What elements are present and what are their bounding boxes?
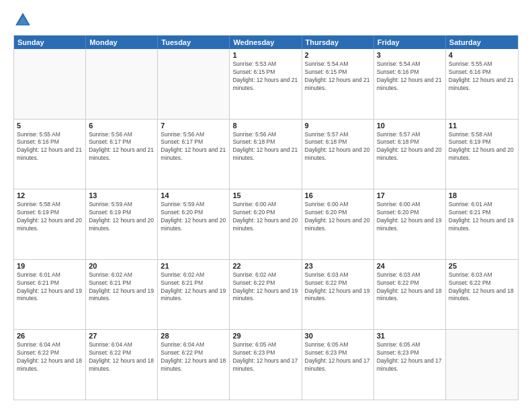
- day-number: 10: [377, 122, 443, 130]
- weekday-header: Friday: [374, 36, 446, 49]
- day-number: 27: [89, 332, 154, 340]
- calendar-cell: 7Sunrise: 5:56 AMSunset: 6:17 PMDaylight…: [158, 120, 230, 189]
- day-number: 30: [305, 332, 371, 340]
- day-number: 24: [377, 262, 443, 270]
- day-number: 9: [305, 122, 371, 130]
- day-number: 29: [232, 332, 298, 340]
- cell-info: Sunrise: 6:05 AMSunset: 6:23 PMDaylight:…: [305, 341, 371, 373]
- day-number: 3: [377, 51, 443, 59]
- cell-info: Sunrise: 5:54 AMSunset: 6:16 PMDaylight:…: [377, 60, 443, 93]
- calendar-cell: 23Sunrise: 6:03 AMSunset: 6:22 PMDayligh…: [302, 260, 374, 330]
- cell-info: Sunrise: 5:59 AMSunset: 6:19 PMDaylight:…: [89, 201, 154, 233]
- day-number: 22: [232, 262, 298, 270]
- calendar-cell: 3Sunrise: 5:54 AMSunset: 6:16 PMDaylight…: [374, 49, 446, 119]
- day-number: 31: [377, 332, 443, 340]
- cell-info: Sunrise: 6:02 AMSunset: 6:21 PMDaylight:…: [89, 271, 154, 304]
- cell-info: Sunrise: 5:57 AMSunset: 6:18 PMDaylight:…: [377, 131, 443, 163]
- calendar-row: 12Sunrise: 5:58 AMSunset: 6:19 PMDayligh…: [14, 189, 518, 259]
- weekday-header: Wednesday: [230, 36, 302, 49]
- cell-info: Sunrise: 5:56 AMSunset: 6:17 PMDaylight:…: [161, 131, 226, 163]
- calendar-cell: 28Sunrise: 6:04 AMSunset: 6:22 PMDayligh…: [158, 330, 230, 400]
- cell-info: Sunrise: 5:55 AMSunset: 6:16 PMDaylight:…: [17, 131, 83, 163]
- day-number: 17: [377, 191, 443, 199]
- day-number: 7: [161, 122, 226, 130]
- cell-info: Sunrise: 6:02 AMSunset: 6:21 PMDaylight:…: [161, 271, 226, 304]
- cell-info: Sunrise: 6:02 AMSunset: 6:22 PMDaylight:…: [232, 271, 298, 304]
- logo-icon: [13, 11, 32, 30]
- calendar-cell: 21Sunrise: 6:02 AMSunset: 6:21 PMDayligh…: [158, 260, 230, 330]
- calendar-cell: 6Sunrise: 5:56 AMSunset: 6:17 PMDaylight…: [86, 120, 158, 189]
- calendar-cell: [86, 49, 158, 119]
- day-number: 21: [161, 262, 226, 270]
- cell-info: Sunrise: 6:05 AMSunset: 6:23 PMDaylight:…: [232, 341, 298, 373]
- cell-info: Sunrise: 5:58 AMSunset: 6:19 PMDaylight:…: [449, 131, 515, 163]
- calendar-cell: [446, 330, 518, 400]
- logo: [13, 11, 35, 30]
- calendar-cell: 26Sunrise: 6:04 AMSunset: 6:22 PMDayligh…: [14, 330, 86, 400]
- cell-info: Sunrise: 6:00 AMSunset: 6:20 PMDaylight:…: [377, 201, 443, 233]
- day-number: 18: [449, 191, 515, 199]
- day-number: 5: [17, 122, 83, 130]
- day-number: 2: [305, 51, 371, 59]
- weekday-header: Saturday: [446, 36, 518, 49]
- day-number: 4: [449, 51, 515, 59]
- day-number: 12: [17, 191, 83, 199]
- calendar-cell: 2Sunrise: 5:54 AMSunset: 6:15 PMDaylight…: [302, 49, 374, 119]
- calendar-cell: 9Sunrise: 5:57 AMSunset: 6:18 PMDaylight…: [302, 120, 374, 189]
- day-number: 16: [305, 191, 371, 199]
- day-number: 13: [89, 191, 154, 199]
- cell-info: Sunrise: 6:01 AMSunset: 6:21 PMDaylight:…: [17, 271, 83, 304]
- header: [13, 11, 519, 30]
- day-number: 15: [232, 191, 298, 199]
- calendar-cell: 13Sunrise: 5:59 AMSunset: 6:19 PMDayligh…: [86, 189, 158, 259]
- cell-info: Sunrise: 5:56 AMSunset: 6:17 PMDaylight:…: [89, 131, 154, 163]
- day-number: 26: [17, 332, 83, 340]
- page: SundayMondayTuesdayWednesdayThursdayFrid…: [0, 0, 532, 411]
- calendar-cell: 30Sunrise: 6:05 AMSunset: 6:23 PMDayligh…: [302, 330, 374, 400]
- calendar-cell: 8Sunrise: 5:56 AMSunset: 6:18 PMDaylight…: [230, 120, 302, 189]
- day-number: 14: [161, 191, 226, 199]
- cell-info: Sunrise: 5:54 AMSunset: 6:15 PMDaylight:…: [305, 60, 371, 93]
- day-number: 1: [232, 51, 298, 59]
- calendar-cell: 25Sunrise: 6:03 AMSunset: 6:22 PMDayligh…: [446, 260, 518, 330]
- calendar-cell: 14Sunrise: 5:59 AMSunset: 6:20 PMDayligh…: [158, 189, 230, 259]
- calendar-row: 19Sunrise: 6:01 AMSunset: 6:21 PMDayligh…: [14, 259, 518, 330]
- calendar-row: 1Sunrise: 5:53 AMSunset: 6:15 PMDaylight…: [14, 49, 518, 119]
- weekday-header: Sunday: [14, 36, 86, 49]
- calendar-row: 26Sunrise: 6:04 AMSunset: 6:22 PMDayligh…: [14, 329, 518, 400]
- day-number: 11: [449, 122, 515, 130]
- calendar-cell: 31Sunrise: 6:05 AMSunset: 6:23 PMDayligh…: [374, 330, 446, 400]
- weekday-header: Monday: [86, 36, 158, 49]
- calendar-cell: 15Sunrise: 6:00 AMSunset: 6:20 PMDayligh…: [230, 189, 302, 259]
- cell-info: Sunrise: 6:00 AMSunset: 6:20 PMDaylight:…: [305, 201, 371, 233]
- calendar-cell: 16Sunrise: 6:00 AMSunset: 6:20 PMDayligh…: [302, 189, 374, 259]
- calendar-cell: 1Sunrise: 5:53 AMSunset: 6:15 PMDaylight…: [230, 49, 302, 119]
- cell-info: Sunrise: 5:57 AMSunset: 6:18 PMDaylight:…: [305, 131, 371, 163]
- cell-info: Sunrise: 6:04 AMSunset: 6:22 PMDaylight:…: [161, 341, 226, 373]
- calendar-cell: 18Sunrise: 6:01 AMSunset: 6:21 PMDayligh…: [446, 189, 518, 259]
- calendar-cell: [158, 49, 230, 119]
- calendar-cell: 4Sunrise: 5:55 AMSunset: 6:16 PMDaylight…: [446, 49, 518, 119]
- weekday-header: Thursday: [302, 36, 374, 49]
- cell-info: Sunrise: 6:01 AMSunset: 6:21 PMDaylight:…: [449, 201, 515, 233]
- cell-info: Sunrise: 6:04 AMSunset: 6:22 PMDaylight:…: [17, 341, 83, 373]
- day-number: 23: [305, 262, 371, 270]
- calendar-cell: [14, 49, 86, 119]
- day-number: 28: [161, 332, 226, 340]
- calendar-cell: 19Sunrise: 6:01 AMSunset: 6:21 PMDayligh…: [14, 260, 86, 330]
- calendar-cell: 24Sunrise: 6:03 AMSunset: 6:22 PMDayligh…: [374, 260, 446, 330]
- day-number: 19: [17, 262, 83, 270]
- weekday-header: Tuesday: [158, 36, 230, 49]
- calendar-cell: 22Sunrise: 6:02 AMSunset: 6:22 PMDayligh…: [230, 260, 302, 330]
- cell-info: Sunrise: 5:59 AMSunset: 6:20 PMDaylight:…: [161, 201, 226, 233]
- cell-info: Sunrise: 6:00 AMSunset: 6:20 PMDaylight:…: [232, 201, 298, 233]
- calendar-row: 5Sunrise: 5:55 AMSunset: 6:16 PMDaylight…: [14, 119, 518, 189]
- calendar-cell: 20Sunrise: 6:02 AMSunset: 6:21 PMDayligh…: [86, 260, 158, 330]
- calendar-cell: 11Sunrise: 5:58 AMSunset: 6:19 PMDayligh…: [446, 120, 518, 189]
- day-number: 6: [89, 122, 154, 130]
- day-number: 25: [449, 262, 515, 270]
- cell-info: Sunrise: 5:55 AMSunset: 6:16 PMDaylight:…: [449, 60, 515, 93]
- cell-info: Sunrise: 6:05 AMSunset: 6:23 PMDaylight:…: [377, 341, 443, 373]
- calendar-header: SundayMondayTuesdayWednesdayThursdayFrid…: [14, 36, 518, 49]
- day-number: 8: [232, 122, 298, 130]
